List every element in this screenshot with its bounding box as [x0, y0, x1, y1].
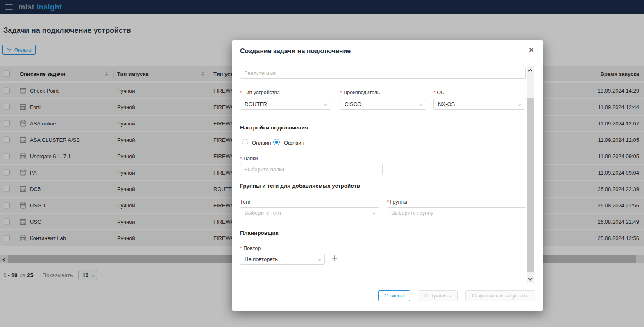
- os-value: NX-OS: [438, 101, 455, 107]
- device-type-label: Тип устройства: [240, 90, 280, 95]
- groups-select[interactable]: Выберите группу: [387, 207, 526, 218]
- close-icon[interactable]: ✕: [528, 47, 534, 54]
- chevron-down-icon: [317, 257, 321, 261]
- connection-settings-heading: Настройки подключения: [240, 125, 308, 131]
- add-icon[interactable]: +: [331, 252, 338, 263]
- folders-label: Папки: [240, 156, 258, 161]
- chevron-down-icon: [419, 102, 422, 106]
- groups-label: Группы: [387, 199, 407, 205]
- repeat-value: Не повторять: [245, 256, 278, 262]
- device-type-select[interactable]: ROUTER: [240, 99, 331, 110]
- os-select[interactable]: NX-OS: [433, 99, 525, 110]
- folders-input[interactable]: [240, 164, 383, 175]
- offline-radio-label[interactable]: Офлайн: [284, 140, 304, 146]
- tags-label: Теги: [240, 199, 250, 205]
- groups-tags-heading: Группы и теги для добавляемых устройств: [240, 183, 360, 189]
- application-root: mistinsight Задачи на подключение устрой…: [0, 0, 644, 327]
- online-radio[interactable]: [242, 139, 248, 145]
- offline-radio[interactable]: [273, 139, 280, 145]
- os-label: ОС: [433, 90, 444, 95]
- vendor-select[interactable]: CISCO: [340, 99, 426, 110]
- modal-title: Создание задачи на подключение: [240, 48, 351, 55]
- scheduler-heading: Планировщик: [240, 230, 278, 236]
- repeat-select[interactable]: Не повторять: [240, 254, 325, 265]
- save-and-run-button[interactable]: Сохранить и запустить: [465, 290, 535, 301]
- vendor-label: Производитель: [340, 90, 380, 95]
- groups-placeholder: Выберите группу: [391, 210, 433, 216]
- tags-placeholder: Выберите теги: [245, 210, 281, 216]
- modal-header: Создание задачи на подключение ✕: [232, 40, 543, 62]
- save-button[interactable]: Сохранить: [418, 290, 458, 301]
- create-task-modal: Создание задачи на подключение ✕ Тип уст…: [232, 40, 543, 311]
- device-type-value: ROUTER: [245, 101, 267, 107]
- scroll-up-icon[interactable]: [527, 66, 534, 73]
- scroll-down-icon[interactable]: [527, 276, 534, 283]
- tags-select[interactable]: Выберите теги: [240, 207, 379, 218]
- chevron-down-icon: [372, 211, 375, 214]
- online-radio-label[interactable]: Онлайн: [252, 140, 271, 146]
- repeat-label: Повтор: [240, 245, 261, 251]
- chevron-down-icon: [324, 102, 327, 106]
- chevron-down-icon: [518, 102, 521, 106]
- modal-scrollbar[interactable]: [527, 66, 534, 283]
- task-name-input[interactable]: [240, 68, 526, 79]
- modal-footer: Отмена Сохранить Сохранить и запустить: [232, 290, 543, 301]
- vendor-value: CISCO: [345, 101, 361, 107]
- modal-scrollbar-thumb[interactable]: [527, 98, 534, 272]
- cancel-button[interactable]: Отмена: [378, 290, 410, 301]
